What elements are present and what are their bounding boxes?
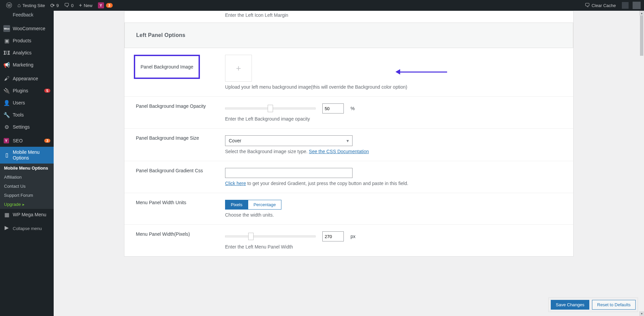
woo-icon: Woo	[3, 25, 10, 32]
width-unit: px	[351, 234, 356, 239]
row-width-label: Menu Panel Width(Pixels)	[124, 231, 225, 250]
plus-icon: +	[79, 2, 82, 8]
cache-icon: 🗨	[585, 2, 590, 8]
upload-image-button[interactable]: +	[225, 55, 252, 82]
sidebar-item-mobile-menu[interactable]: ▯Mobile Menu Options	[0, 147, 54, 164]
sliders-icon: ⚙	[3, 124, 10, 130]
mobile-icon: ▯	[3, 152, 10, 159]
scroll-up-icon[interactable]: ▴	[639, 11, 644, 15]
gradient-input[interactable]	[225, 168, 353, 178]
submenu-affiliation[interactable]: Affiliation	[0, 173, 54, 182]
sidebar-item-wp-mega-menu[interactable]: ▦WP Mega Menu	[0, 209, 54, 221]
comments-count: 0	[71, 3, 73, 8]
sidebar-item-settings[interactable]: ⚙Settings	[0, 121, 54, 133]
sidebar-item-analytics[interactable]: 𝗜𝗅𝗜Analytics	[0, 47, 54, 59]
row-size-label: Panel Background Image Size	[124, 135, 225, 154]
scroll-down-icon[interactable]: ▾	[639, 311, 644, 316]
row-gradient: Panel Background Gradient Css Click here…	[124, 161, 573, 193]
sidebar-item-marketing[interactable]: 📢Marketing	[0, 59, 54, 71]
bars-icon: 𝗜𝗅𝗜	[3, 49, 10, 56]
settings-panel: Enter the Left Icon Left Margin Left Pan…	[124, 11, 574, 257]
new-label: New	[84, 3, 93, 8]
brush-icon: 🖌	[3, 75, 10, 82]
sidebar-item-tools[interactable]: 🔧Tools	[0, 109, 54, 121]
units-segment: Pixels Percentage	[225, 200, 281, 210]
width-input[interactable]	[322, 231, 344, 241]
site-link[interactable]: ⌂Testing Site	[15, 0, 48, 11]
plug-icon: 🔌	[3, 87, 10, 94]
wrench-icon: 🔧	[3, 111, 10, 118]
seo-badge: 3	[44, 139, 50, 143]
reset-button[interactable]: Reset to Defaults	[592, 300, 636, 310]
yoast-link[interactable]: Y3	[95, 0, 115, 11]
submenu-upgrade[interactable]: Upgrade	[0, 200, 54, 209]
sidebar-item-feedback[interactable]: Feedback	[0, 11, 54, 21]
cube-icon: ▣	[3, 37, 10, 44]
sidebar-submenu: Mobile Menu Options Affiliation Contact …	[0, 164, 54, 209]
row-bg-image-label: Panel Background Image	[134, 55, 200, 79]
admin-sidebar: Feedback WooWooCommerce ▣Products 𝗜𝗅𝗜Ana…	[0, 11, 54, 316]
clear-cache-label: Clear Cache	[592, 3, 616, 8]
user-icon: 👤	[3, 99, 10, 106]
comments-link[interactable]: 🗨0	[61, 0, 76, 11]
scroll-thumb[interactable]	[640, 15, 643, 56]
content-area: Enter the Left Icon Left Margin Left Pan…	[54, 11, 644, 316]
row-bg-image: Panel Background Image + Upload your lef…	[124, 48, 573, 96]
save-button[interactable]: Save Changes	[551, 300, 589, 310]
wp-logo[interactable]: ⓦ	[3, 0, 15, 11]
row-bg-image-desc: Upload your left menu background image(t…	[225, 84, 562, 90]
top-hint: Enter the Left Icon Left Margin	[124, 11, 573, 22]
row-gradient-desc: Click here to get your desired Gradient,…	[225, 181, 562, 186]
sidebar-item-appearance[interactable]: 🖌Appearance	[0, 73, 54, 85]
topbar-square-2[interactable]	[633, 2, 641, 9]
collapse-icon: ◀	[3, 225, 10, 232]
row-opacity: Panel Background Image Opacity % Enter t…	[124, 96, 573, 128]
row-width: Menu Panel Width(Pixels) px Enter the Le…	[124, 224, 573, 256]
opacity-unit: %	[351, 106, 355, 111]
site-name: Testing Site	[22, 3, 45, 8]
opacity-slider[interactable]	[225, 107, 316, 109]
megaphone-icon: 📢	[3, 61, 10, 68]
sidebar-item-users[interactable]: 👤Users	[0, 97, 54, 109]
collapse-menu[interactable]: ◀Collapse menu	[0, 223, 54, 235]
row-size: Panel Background Image Size Cover Select…	[124, 128, 573, 161]
new-link[interactable]: +New	[76, 0, 95, 11]
row-gradient-label: Panel Background Gradient Css	[124, 168, 225, 186]
submenu-support[interactable]: Support Forum	[0, 191, 54, 200]
feedback-icon	[3, 11, 10, 18]
section-title: Left Panel Options	[136, 32, 561, 38]
units-percentage-button[interactable]: Percentage	[248, 200, 282, 210]
admin-topbar: ⓦ ⌂Testing Site ⟳9 🗨0 +New Y3 🗨Clear Cac…	[0, 0, 644, 11]
gradient-link[interactable]: Click here	[225, 181, 246, 186]
grid-icon: ▦	[3, 212, 10, 218]
home-icon: ⌂	[17, 2, 21, 8]
yoast-icon: Y	[98, 2, 104, 8]
comment-icon: 🗨	[64, 2, 69, 8]
sidebar-item-seo[interactable]: YSEO3	[0, 135, 54, 147]
refresh-count: 9	[56, 3, 59, 8]
plugins-badge: 5	[44, 89, 50, 93]
units-pixels-button[interactable]: Pixels	[225, 200, 248, 210]
clear-cache-button[interactable]: 🗨Clear Cache	[582, 0, 619, 11]
refresh-icon: ⟳	[50, 2, 55, 9]
row-opacity-label: Panel Background Image Opacity	[124, 103, 225, 122]
yoast-badge: 3	[106, 3, 113, 8]
scrollbar[interactable]: ▴ ▾	[639, 11, 644, 316]
sidebar-item-products[interactable]: ▣Products	[0, 35, 54, 47]
row-size-desc: Select the Background image size type. S…	[225, 149, 562, 154]
submenu-contact[interactable]: Contact Us	[0, 182, 54, 191]
topbar-square-1[interactable]	[622, 2, 629, 9]
submenu-options[interactable]: Mobile Menu Options	[0, 164, 54, 173]
yoast-icon: Y	[3, 137, 10, 144]
section-header: Left Panel Options	[124, 22, 573, 48]
width-slider[interactable]	[225, 235, 316, 237]
opacity-input[interactable]	[322, 103, 344, 114]
refresh-link[interactable]: ⟳9	[48, 0, 61, 11]
css-docs-link[interactable]: See the CSS Documentation	[309, 149, 369, 154]
row-units-desc: Choose the width units.	[225, 212, 562, 218]
sidebar-item-plugins[interactable]: 🔌Plugins5	[0, 85, 54, 97]
size-select[interactable]: Cover	[225, 135, 353, 146]
row-units: Menu Panel Width Units Pixels Percentage…	[124, 193, 573, 224]
footer-buttons: Save Changes Reset to Defaults	[548, 298, 638, 312]
sidebar-item-woocommerce[interactable]: WooWooCommerce	[0, 22, 54, 35]
